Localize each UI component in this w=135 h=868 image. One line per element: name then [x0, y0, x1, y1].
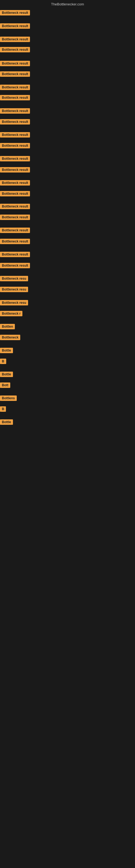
bottleneck-result-badge: Bottleneck result: [0, 23, 30, 30]
bottleneck-label: Bottleneck result: [0, 61, 30, 66]
bottleneck-label: Bottlens: [0, 396, 17, 401]
bottleneck-result-badge: Bottleneck result: [0, 180, 30, 187]
bottleneck-result-badge: Bottleneck result: [0, 85, 30, 91]
bottleneck-label: Bottleneck result: [0, 156, 30, 161]
bottleneck-result-badge: Bottleneck: [0, 335, 20, 341]
bottleneck-result-badge: Bottle: [0, 348, 13, 354]
bottleneck-result-badge: Bottleneck result: [0, 191, 30, 197]
bottleneck-label: Bottleneck result: [0, 227, 30, 233]
bottleneck-label: Bottle: [0, 420, 13, 425]
bottleneck-result-badge: Bottleneck resu: [0, 276, 28, 282]
bottleneck-result-badge: Bottleneck result: [0, 204, 30, 210]
bottleneck-label: Bottleneck result: [0, 204, 30, 209]
bottleneck-label: Bottleneck result: [0, 37, 30, 42]
bottleneck-result-badge: Bottleneck result: [0, 156, 30, 162]
bottleneck-result-badge: Bottleneck result: [0, 215, 30, 221]
bottleneck-label: Bottleneck result: [0, 95, 30, 100]
bottleneck-label: Bottleneck result: [0, 108, 30, 114]
bottleneck-result-badge: B: [0, 359, 6, 365]
bottleneck-label: Bottleneck resu: [0, 287, 28, 292]
bottleneck-label: Bottlen: [0, 324, 15, 329]
bottleneck-label: B: [0, 359, 6, 364]
bottleneck-result-badge: Bottleneck result: [0, 167, 30, 174]
bottleneck-result-badge: Bottleneck result: [0, 108, 30, 115]
bottleneck-result-badge: Bottleneck resu: [0, 300, 28, 307]
bottleneck-result-badge: Bottleneck result: [0, 61, 30, 67]
bottleneck-result-badge: Bottleneck result: [0, 263, 30, 269]
bottleneck-label: Bottleneck result: [0, 143, 30, 148]
bottleneck-label: Bottleneck result: [0, 239, 30, 244]
bottleneck-label: Bottleneck result: [0, 180, 30, 186]
bottleneck-result-badge: Bottlens: [0, 396, 17, 402]
bottleneck-label: Bottleneck result: [0, 252, 30, 257]
bottleneck-result-badge: Bottleneck result: [0, 119, 30, 126]
bottleneck-label: Bott: [0, 382, 10, 388]
bottleneck-result-badge: Bottleneck result: [0, 95, 30, 101]
bottleneck-result-badge: Bottleneck resu: [0, 287, 28, 293]
bottleneck-result-badge: Bottleneck result: [0, 227, 30, 234]
bottleneck-result-badge: Bottleneck result: [0, 10, 30, 17]
bottleneck-label: Bottleneck result: [0, 132, 30, 137]
bottleneck-label: Bottleneck result: [0, 119, 30, 124]
bottleneck-label: Bottleneck result: [0, 191, 30, 196]
bottleneck-label: Bottle: [0, 348, 13, 353]
bottleneck-label: Bottleneck result: [0, 263, 30, 268]
bottleneck-result-badge: Bottleneck result: [0, 37, 30, 43]
bottleneck-label: Bottleneck: [0, 335, 20, 340]
bottleneck-result-badge: Bottleneck result: [0, 47, 30, 54]
bottleneck-result-badge: B: [0, 406, 6, 413]
bottleneck-label: Bottleneck result: [0, 167, 30, 173]
bottleneck-label: Bottleneck result: [0, 47, 30, 52]
bottleneck-result-badge: Bottlen: [0, 324, 15, 330]
bottleneck-label: Bottleneck resu: [0, 300, 28, 305]
bottleneck-label: Bottleneck r: [0, 311, 22, 316]
bottleneck-result-badge: Bottle: [0, 420, 13, 426]
bottleneck-result-badge: Bottleneck r: [0, 311, 22, 317]
bottleneck-result-badge: Bottleneck result: [0, 239, 30, 245]
bottleneck-result-badge: Bottleneck result: [0, 132, 30, 138]
bottleneck-label: Bottle: [0, 372, 13, 377]
bottleneck-result-badge: Bottle: [0, 372, 13, 378]
bottleneck-label: Bottleneck result: [0, 71, 30, 77]
site-title: TheBottlenecker.com: [0, 0, 135, 8]
bottleneck-label: Bottleneck result: [0, 10, 30, 16]
bottleneck-label: Bottleneck resu: [0, 276, 28, 281]
bottleneck-result-badge: Bott: [0, 382, 10, 389]
bottleneck-label: Bottleneck result: [0, 215, 30, 220]
bottleneck-result-badge: Bottleneck result: [0, 252, 30, 258]
bottleneck-result-badge: Bottleneck result: [0, 143, 30, 150]
bottleneck-label: Bottleneck result: [0, 23, 30, 29]
bottleneck-label: B: [0, 406, 6, 412]
bottleneck-result-badge: Bottleneck result: [0, 71, 30, 78]
bottleneck-label: Bottleneck result: [0, 85, 30, 90]
